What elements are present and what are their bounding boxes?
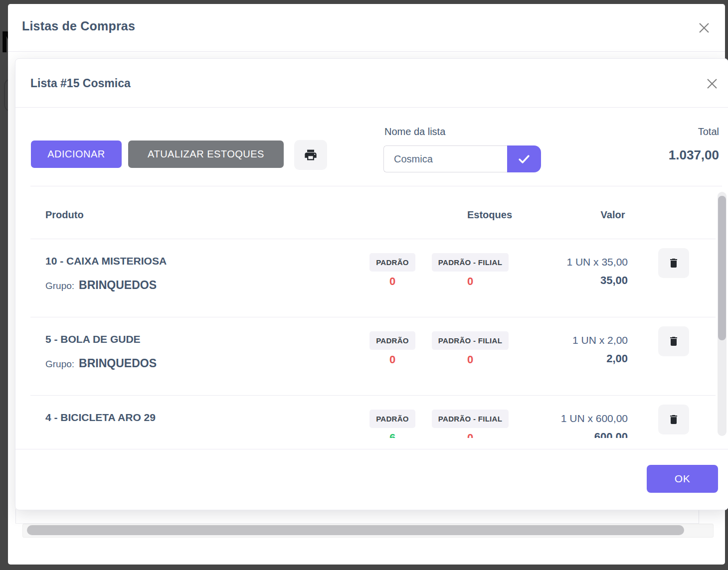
product-name: 4 - BICICLETA ARO 29 [45, 412, 156, 424]
trash-icon [668, 257, 680, 269]
column-header-produto: Produto [45, 209, 84, 221]
ok-button[interactable]: OK [647, 465, 718, 493]
dialog-title: Lista #15 Cosmica [30, 77, 131, 90]
product-name: 10 - CAIXA MISTERIOSA [45, 255, 167, 267]
stock-badge: PADRÃO - FILIAL [432, 253, 509, 272]
dialog-close-button[interactable] [701, 73, 723, 95]
trash-icon [668, 414, 680, 426]
column-header-valor: Valor [583, 209, 643, 221]
group-value: BRINQUEDOS [79, 357, 157, 370]
table-header-row: Produto Estoques Valor [30, 189, 716, 239]
total-value: 1.037,00 [669, 147, 719, 163]
stock-badge: PADRÃO [369, 253, 415, 272]
screen: N Listas de Compras Lista #15 Cosmica [0, 0, 728, 570]
product-group: Grupo: BRINQUEDOS [45, 357, 157, 370]
outer-modal-close-button[interactable] [693, 17, 715, 39]
unit-price-line: 1 UN x 2,00 [572, 334, 628, 346]
row-total-value: 600,00 [594, 430, 628, 438]
outer-modal-header: Listas de Compras [8, 4, 725, 52]
stock-cell-padrao-filial: PADRÃO - FILIAL 0 [415, 331, 525, 366]
product-list-viewport[interactable]: Produto Estoques Valor 10 - CAIXA MISTER… [15, 189, 728, 438]
stock-cell-padrao-filial: PADRÃO - FILIAL 0 [415, 253, 525, 288]
delete-item-button[interactable] [658, 326, 689, 356]
stock-badge: PADRÃO - FILIAL [432, 331, 509, 350]
divider [30, 186, 722, 186]
vertical-scrollbar[interactable] [718, 192, 727, 436]
dialog-header: Lista #15 Cosmica [15, 59, 728, 108]
stock-cell-padrao-filial: PADRÃO - FILIAL 0 [415, 410, 525, 438]
product-row: 10 - CAIXA MISTERIOSA Grupo: BRINQUEDOS … [30, 239, 716, 317]
check-icon [518, 152, 531, 165]
list-name-input[interactable] [383, 145, 507, 172]
product-row: 4 - BICICLETA ARO 29 PADRÃO 6 PADRÃO - F… [30, 395, 716, 438]
vertical-scrollbar-thumb[interactable] [718, 196, 726, 340]
stock-quantity: 0 [415, 353, 525, 366]
list-name-input-group [383, 145, 541, 172]
close-icon [697, 20, 712, 35]
unit-price-line: 1 UN x 600,00 [561, 413, 628, 425]
stock-quantity: 0 [415, 431, 525, 438]
adicionar-button[interactable]: ADICIONAR [31, 141, 122, 168]
product-row: 5 - BOLA DE GUDE Grupo: BRINQUEDOS PADRÃ… [30, 317, 716, 396]
row-total-value: 2,00 [606, 352, 628, 365]
close-icon [705, 76, 720, 91]
group-value: BRINQUEDOS [79, 279, 157, 292]
unit-price-line: 1 UN x 35,00 [566, 256, 628, 268]
stock-badge: PADRÃO [369, 331, 415, 350]
delete-item-button[interactable] [658, 405, 689, 434]
atualizar-estoques-button[interactable]: ATUALIZAR ESTOQUES [128, 141, 284, 168]
column-header-estoques: Estoques [445, 209, 535, 221]
list-name-label: Nome da lista [384, 126, 445, 138]
trash-icon [668, 335, 680, 347]
product-group: Grupo: BRINQUEDOS [45, 279, 157, 292]
horizontal-scrollbar-thumb[interactable] [27, 525, 684, 535]
row-total-value: 35,00 [600, 274, 628, 287]
confirm-name-button[interactable] [507, 145, 541, 172]
product-name: 5 - BOLA DE GUDE [45, 333, 141, 345]
group-label: Grupo: [45, 281, 74, 291]
group-label: Grupo: [45, 359, 74, 370]
print-button[interactable] [294, 140, 327, 170]
total-label: Total [698, 126, 719, 138]
delete-item-button[interactable] [658, 248, 689, 278]
horizontal-scrollbar[interactable] [22, 524, 714, 538]
covered-list-card-fragment [15, 509, 699, 524]
stock-badge: PADRÃO [369, 410, 415, 428]
lista-detail-dialog: Lista #15 Cosmica ADICIONAR ATUALIZAR ES… [15, 58, 728, 510]
stock-badge: PADRÃO - FILIAL [432, 410, 509, 428]
stock-quantity: 0 [415, 275, 525, 288]
printer-icon [304, 148, 318, 162]
divider [15, 449, 728, 449]
outer-modal-title: Listas de Compras [22, 19, 135, 33]
